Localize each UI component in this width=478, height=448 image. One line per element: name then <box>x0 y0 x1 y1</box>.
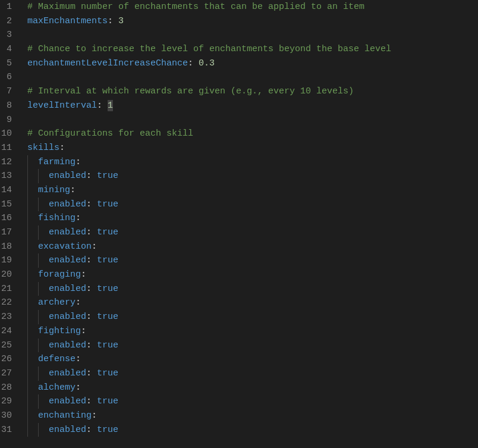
code-line[interactable]: levelInterval: 1 <box>27 99 478 113</box>
indent-guide <box>27 339 38 353</box>
code-line[interactable]: # Chance to increase the level of enchan… <box>27 42 478 57</box>
token: enabled <box>49 199 86 209</box>
code-line[interactable]: # Maximum number of enchantments that ca… <box>27 0 478 14</box>
code-line[interactable] <box>27 28 478 42</box>
token: true <box>97 425 118 435</box>
token: true <box>97 340 118 350</box>
token: true <box>97 171 118 181</box>
code-line[interactable]: mining: <box>27 183 478 198</box>
code-line[interactable]: fishing: <box>27 211 478 225</box>
line-number: 24 <box>0 324 12 339</box>
token: : <box>81 270 86 280</box>
indent-guide <box>27 296 38 310</box>
indent-guide <box>38 169 49 183</box>
code-line[interactable]: fighting: <box>27 324 478 339</box>
indent-guide <box>38 339 49 353</box>
token: foraging <box>38 270 81 280</box>
indent-guide <box>27 310 38 324</box>
indent-guide <box>27 169 38 183</box>
code-line[interactable]: archery: <box>27 296 478 310</box>
code-line[interactable]: defense: <box>27 352 478 366</box>
code-editor[interactable]: 1234567891011121314151617181920212223242… <box>0 0 478 437</box>
code-line[interactable]: farming: <box>27 155 478 170</box>
code-line[interactable]: # Configurations for each skill <box>27 127 478 141</box>
line-number: 5 <box>0 57 12 71</box>
indent-guide <box>27 394 38 409</box>
token: : <box>97 101 108 111</box>
line-number: 4 <box>0 42 12 57</box>
code-line[interactable] <box>27 70 478 84</box>
token: enabled <box>49 227 86 237</box>
code-line[interactable]: enabled: true <box>27 198 478 212</box>
code-line[interactable]: enchanting: <box>27 409 478 423</box>
token: fishing <box>38 213 76 223</box>
line-number: 16 <box>0 211 12 225</box>
token: : <box>86 312 97 322</box>
code-line[interactable]: maxEnchantments: 3 <box>27 14 478 29</box>
line-number: 27 <box>0 366 12 381</box>
token: enabled <box>49 396 86 406</box>
token: true <box>97 312 118 322</box>
code-line[interactable]: enabled: true <box>27 366 478 381</box>
code-line[interactable]: enabled: true <box>27 339 478 353</box>
token: : <box>76 213 81 223</box>
token: mining <box>38 185 70 195</box>
token: : <box>86 396 97 406</box>
code-line[interactable]: enabled: true <box>27 253 478 268</box>
token: : <box>86 284 97 294</box>
indent-guide <box>27 282 38 296</box>
line-number: 17 <box>0 225 12 240</box>
indent-guide <box>27 268 38 282</box>
token: skills <box>27 143 59 153</box>
token: 0.3 <box>199 58 215 68</box>
code-line[interactable]: excavation: <box>27 240 478 254</box>
token: enchantmentLevelIncreaseChance <box>27 58 188 68</box>
line-number: 3 <box>0 28 12 42</box>
code-line[interactable]: enabled: true <box>27 310 478 324</box>
indent-guide <box>38 253 49 268</box>
token: enchanting <box>38 411 92 421</box>
line-number: 22 <box>0 296 12 310</box>
code-line[interactable] <box>27 113 478 127</box>
line-number: 30 <box>0 409 12 423</box>
code-line[interactable]: alchemy: <box>27 381 478 395</box>
token: alchemy <box>38 383 76 393</box>
token: fighting <box>38 326 81 336</box>
code-line[interactable]: enabled: true <box>27 169 478 183</box>
code-line[interactable]: enabled: true <box>27 225 478 240</box>
token: : <box>59 143 65 153</box>
code-line[interactable]: enabled: true <box>27 282 478 296</box>
line-number: 10 <box>0 127 12 141</box>
code-line[interactable]: # Interval at which rewards are given (e… <box>27 84 478 99</box>
indent-guide <box>38 282 49 296</box>
code-area[interactable]: # Maximum number of enchantments that ca… <box>17 0 478 437</box>
token: enabled <box>49 425 86 435</box>
indent-guide <box>27 198 38 212</box>
token: # Maximum number of enchantments that ca… <box>27 2 364 12</box>
code-line[interactable]: foraging: <box>27 268 478 282</box>
line-number: 14 <box>0 183 12 198</box>
token: # Configurations for each skill <box>27 129 193 139</box>
token: archery <box>38 297 76 308</box>
line-number: 21 <box>0 282 12 296</box>
line-number: 28 <box>0 381 12 395</box>
token: maxEnchantments <box>27 16 108 26</box>
indent-guide <box>27 240 38 254</box>
token: : <box>92 411 97 421</box>
indent-guide <box>27 352 38 366</box>
indent-guide <box>27 423 38 437</box>
indent-guide <box>38 394 49 409</box>
line-number: 18 <box>0 240 12 254</box>
token: enabled <box>49 312 86 322</box>
code-line[interactable]: enchantmentLevelIncreaseChance: 0.3 <box>27 57 478 71</box>
token: true <box>97 368 118 378</box>
code-line[interactable]: enabled: true <box>27 423 478 437</box>
token: : <box>86 171 97 181</box>
code-line[interactable]: enabled: true <box>27 394 478 409</box>
indent-guide <box>27 155 38 170</box>
token: # Chance to increase the level of enchan… <box>27 44 391 54</box>
indent-guide <box>27 253 38 268</box>
token: : <box>76 354 81 364</box>
code-line[interactable]: skills: <box>27 141 478 155</box>
line-number: 23 <box>0 310 12 324</box>
